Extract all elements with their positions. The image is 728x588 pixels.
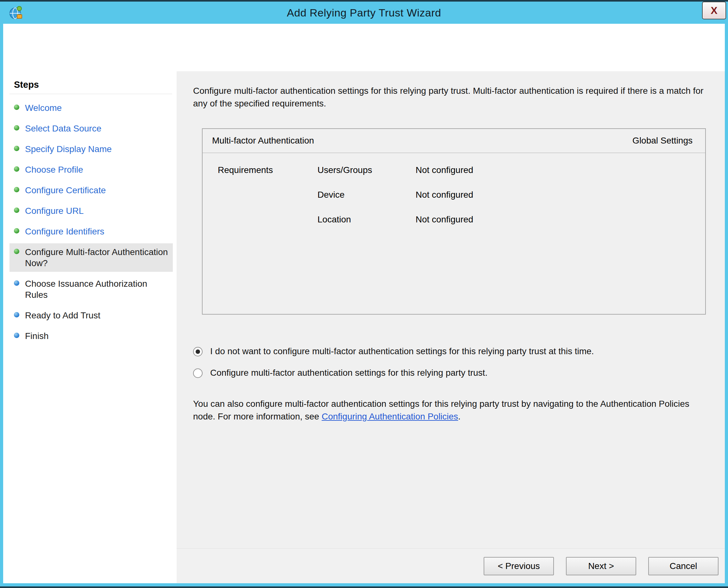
option-configure-mfa[interactable]: Configure multi-factor authentication se… [193,368,711,378]
step-current-icon [14,249,19,254]
step-label: Select Data Source [25,123,101,134]
mfa-panel-header: Multi-factor Authentication Global Setti… [203,129,705,153]
content-area: Steps Welcome Select Data Source Specify… [3,71,725,583]
step-done-icon [14,208,19,213]
step-label: Configure URL [25,205,84,216]
step-upcoming-icon [14,333,19,338]
sidebar-step-choose-issuance-authorization-rules: Choose Issuance Authorization Rules [9,275,173,303]
step-upcoming-icon [14,312,19,317]
sidebar-step-configure-url: Configure URL [9,202,173,219]
sidebar-step-finish: Finish [9,327,173,345]
radio-unselected-icon[interactable] [193,369,203,378]
step-done-icon [14,228,19,233]
footer-text-after: . [458,412,461,421]
wizard-button-bar: < Previous Next > Cancel [177,548,725,583]
wizard-window: Add Relying Party Trust Wizard X Steps W… [0,0,728,588]
step-upcoming-icon [14,280,19,286]
step-done-icon [14,146,19,151]
step-label: Choose Profile [25,164,83,175]
option-do-not-configure-mfa[interactable]: I do not want to configure multi-factor … [193,346,711,356]
step-label: Finish [25,331,49,341]
requirement-name: Users/Groups [317,165,416,175]
requirement-value: Not configured [416,190,705,200]
window-title: Add Relying Party Trust Wizard [3,7,725,19]
previous-button[interactable]: < Previous [484,557,554,575]
steps-sidebar: Steps Welcome Select Data Source Specify… [3,71,177,583]
step-done-icon [14,105,19,110]
intro-text: Configure multi-factor authentication se… [193,85,711,110]
close-button[interactable]: X [702,2,726,19]
sidebar-step-choose-profile: Choose Profile [9,161,173,178]
option-label: Configure multi-factor authentication se… [210,368,487,378]
mfa-panel-title: Multi-factor Authentication [212,135,314,146]
step-label: Configure Identifiers [25,226,105,237]
step-done-icon [14,166,19,172]
step-label: Configure Certificate [25,185,106,196]
requirement-name: Location [317,214,416,225]
header-band [3,24,725,71]
sidebar-step-configure-mfa-now: Configure Multi-factor Authentication No… [9,243,173,272]
mfa-settings-panel: Multi-factor Authentication Global Setti… [202,128,706,315]
radio-selected-icon[interactable] [193,347,203,356]
mfa-options-group: I do not want to configure multi-factor … [193,346,711,378]
wizard-icon [7,5,23,21]
sidebar-step-configure-certificate: Configure Certificate [9,182,173,199]
main-column: Configure multi-factor authentication se… [177,71,725,583]
global-settings-label: Global Settings [633,135,692,146]
step-label: Configure Multi-factor Authentication No… [25,247,170,269]
next-button[interactable]: Next > [566,557,636,575]
step-done-icon [14,125,19,130]
window-body: Steps Welcome Select Data Source Specify… [3,24,725,583]
requirement-value: Not configured [416,214,705,225]
requirements-label: Requirements [218,165,317,175]
sidebar-divider [9,94,172,94]
mfa-panel-body: Requirements Users/Groups Not configured… [203,153,705,225]
step-label: Specify Display Name [25,144,112,154]
title-bar: Add Relying Party Trust Wizard X [3,2,725,24]
footer-note: You can also configure multi-factor auth… [193,398,711,423]
steps-heading: Steps [14,80,177,90]
requirement-name: Device [317,190,416,200]
configuring-authentication-policies-link[interactable]: Configuring Authentication Policies [322,412,458,421]
sidebar-step-welcome: Welcome [9,99,173,117]
sidebar-step-specify-display-name: Specify Display Name [9,140,173,158]
option-label: I do not want to configure multi-factor … [210,346,594,356]
sidebar-step-ready-to-add-trust: Ready to Add Trust [9,307,173,324]
step-label: Welcome [25,102,62,113]
sidebar-step-configure-identifiers: Configure Identifiers [9,223,173,240]
step-label: Ready to Add Trust [25,310,100,321]
sidebar-step-select-data-source: Select Data Source [9,120,173,137]
step-label: Choose Issuance Authorization Rules [25,278,170,300]
requirement-value: Not configured [416,165,705,175]
cancel-button[interactable]: Cancel [648,557,719,575]
main-panel: Configure multi-factor authentication se… [177,71,725,548]
step-done-icon [14,187,19,192]
